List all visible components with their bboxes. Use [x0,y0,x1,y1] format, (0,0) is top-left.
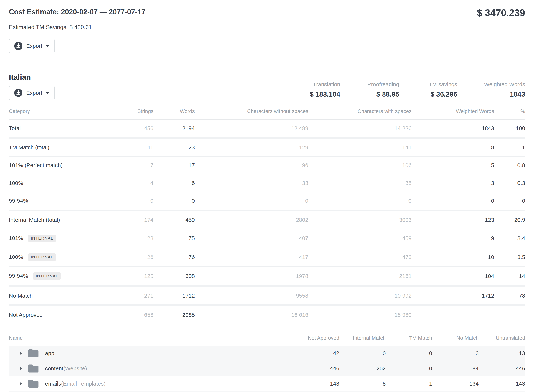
cell-strings: 26 [112,248,153,267]
file-name[interactable]: content [45,365,63,372]
file-name[interactable]: app [45,350,54,356]
table-row-tm-match-total: TM Match (total) 11 23 129 141 8 1 [9,138,525,156]
language-export-button[interactable]: Export [9,86,55,100]
cell-percent: 100 [494,119,525,138]
cell-percent: 0 [494,192,525,210]
file-row-umbrella-json[interactable]: JSON Umbrella.json 9 9 0 0 9 [9,391,525,392]
export-button[interactable]: Export [9,39,55,53]
stat-label: Proofreading [364,81,399,88]
col-header-tm-match: TM Match [386,335,432,346]
col-header-no-match: No Match [432,335,479,346]
file-name-suffix: (Website) [63,365,87,372]
stat-label: TM savings [423,81,457,88]
cell-weighted-words: 3 [412,174,494,192]
cell-weighted-words: 8 [412,138,494,156]
table-row-not-approved: Not Approved 653 2965 16 616 18 930 — — [9,305,525,324]
expand-caret-icon[interactable] [20,351,22,355]
cell-untranslated: 446 [478,361,525,376]
cell-words: 17 [153,156,195,174]
folder-icon [28,349,39,358]
col-header-not-approved: Not Approved [293,335,339,346]
cell-weighted-words: 1843 [412,119,494,138]
cell-chars-no-spaces: 33 [195,174,308,192]
cell-no-match: 184 [432,361,479,376]
stat-tm-savings: TM savings $ 36.296 [423,81,457,98]
cell-chars-with-spaces: 106 [308,156,412,174]
stat-value: $ 36.296 [423,90,457,98]
table-row-100-internal: 100%INTERNAL 26 76 417 473 10 3.5 [9,248,525,267]
internal-badge: INTERNAL [28,253,56,261]
table-row-101-internal: 101%INTERNAL 23 75 407 459 9 3.4 [9,229,525,248]
cell-chars-no-spaces: 2802 [195,210,308,229]
expand-caret-icon[interactable] [20,367,22,370]
col-header-untranslated: Untranslated [478,335,525,346]
cell-chars-with-spaces: 0 [308,192,412,210]
cell-chars-no-spaces: 407 [195,229,308,248]
cell-internal-match: 262 [339,361,386,376]
export-button-label: Export [26,43,42,49]
cell-weighted-words: 1712 [412,286,494,305]
cell-chars-no-spaces: 12 489 [195,119,308,138]
cell-no-match: 0 [432,391,479,392]
cell-chars-with-spaces: 3093 [308,210,412,229]
cell-weighted-words: — [412,305,494,324]
cell-percent: 78 [494,286,525,305]
cost-estimate-page: Cost Estimate: 2020-02-07 — 2077-07-17 $… [0,0,534,392]
cell-percent: 1 [494,138,525,156]
cell-not-approved: 9 [293,391,339,392]
cell-percent: 20.9 [494,210,525,229]
cell-chars-no-spaces: 129 [195,138,308,156]
row-category: 100%INTERNAL [9,248,112,267]
table-row-total: Total 456 2194 12 489 14 226 1843 100 [9,119,525,138]
internal-badge: INTERNAL [33,272,61,280]
cell-words: 1712 [153,286,195,305]
cell-weighted-words: 123 [412,210,494,229]
cell-words: 2194 [153,119,195,138]
file-row-content[interactable]: content(Website) 446 262 0 184 446 [9,361,525,376]
cell-words: 2965 [153,305,195,324]
row-category-label: 100% [9,254,23,260]
files-table-header-row: Name Not Approved Internal Match TM Matc… [9,335,525,346]
file-row-app[interactable]: app 42 0 0 13 13 [9,346,525,361]
cell-strings: 4 [112,174,153,192]
file-name-suffix: (Email Templates) [61,381,106,387]
row-category: 100% [9,174,112,192]
col-header-weighted-words: Weighted Words [412,108,494,119]
table-row-no-match: No Match 271 1712 9558 10 992 1712 78 [9,286,525,305]
table-row-99-94-internal: 99-94%INTERNAL 125 308 1978 2161 104 14 [9,267,525,286]
cost-table-header-row: Category Strings Words Characters withou… [9,108,525,119]
row-category: Not Approved [9,305,112,324]
cell-percent: 0.3 [494,174,525,192]
section-divider [0,67,534,67]
cell-chars-with-spaces: 141 [308,138,412,156]
cell-tm-match: 0 [386,361,432,376]
cell-no-match: 13 [432,346,479,361]
row-category-label: 99-94% [9,273,28,279]
cell-chars-no-spaces: 0 [195,192,308,210]
cell-words: 75 [153,229,195,248]
expand-caret-icon[interactable] [20,382,22,386]
row-category: No Match [9,286,112,305]
cell-percent: 3.5 [494,248,525,267]
col-header-chars-with-spaces: Characters with spaces [308,108,412,119]
file-row-emails[interactable]: emails(Email Templates) 143 8 1 134 143 [9,376,525,391]
cell-chars-with-spaces: 10 992 [308,286,412,305]
file-name[interactable]: emails [45,381,61,387]
col-header-chars-no-spaces: Characters without spaces [195,108,308,119]
cell-not-approved: 143 [293,376,339,391]
chevron-down-icon [46,45,49,47]
cell-weighted-words: 5 [412,156,494,174]
cell-chars-no-spaces: 96 [195,156,308,174]
table-row-101-perfect-match: 101% (Perfect match) 7 17 96 106 5 0.8 [9,156,525,174]
cell-words: 459 [153,210,195,229]
cell-percent: — [494,305,525,324]
cell-percent: 3.4 [494,229,525,248]
cell-words: 0 [153,192,195,210]
col-header-internal-match: Internal Match [339,335,386,346]
language-title: Italian [9,73,55,82]
row-category: 99-94% [9,192,112,210]
stat-label: Translation [303,81,340,88]
export-button-label: Export [26,90,42,96]
internal-badge: INTERNAL [28,235,56,242]
language-block: Italian Export [9,73,55,100]
